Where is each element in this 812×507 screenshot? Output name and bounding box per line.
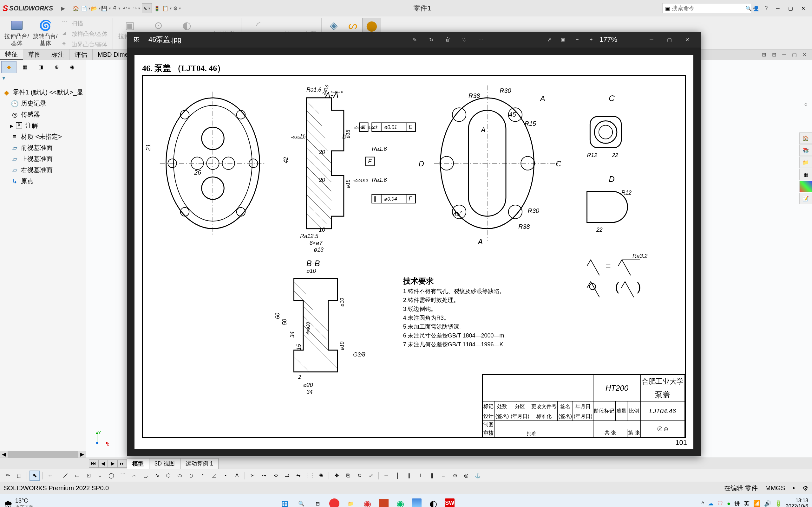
edge-browser-icon[interactable]: ◉ (393, 497, 407, 507)
ime-lang[interactable]: 英 (744, 500, 750, 507)
solidworks-taskbar-icon[interactable]: SW (443, 497, 457, 507)
doc-expand-icon[interactable]: ⊞ (759, 49, 769, 60)
center-rect-icon[interactable]: ⊡ (84, 470, 94, 481)
help-icon[interactable]: ? (761, 3, 771, 13)
chamfer-sketch-icon[interactable]: ◿ (209, 470, 219, 481)
iv-close-button[interactable]: ✕ (678, 32, 696, 48)
corner-rect-icon[interactable]: ▭ (72, 470, 82, 481)
dimxpert-tab-icon[interactable]: ⊕ (49, 61, 64, 73)
tree-top-plane[interactable]: ▱ 上视基准面 (1, 153, 85, 164)
fullscreen-icon[interactable]: ⤢ (544, 34, 555, 45)
boundary-button[interactable]: ◈边界凸台/基体 (60, 39, 110, 49)
3pt-arc-icon[interactable]: ◡ (141, 470, 151, 481)
iv-minimize-button[interactable]: ─ (643, 32, 660, 48)
maximize-button[interactable]: ▢ (784, 3, 797, 13)
bottom-tab-3dview[interactable]: 3D 视图 (149, 458, 180, 469)
sweep-button[interactable]: 〰扫描 (60, 18, 110, 28)
home-icon[interactable]: 🏠 (71, 3, 81, 13)
tab-nav-next-icon[interactable]: ▶ (108, 459, 117, 468)
tab-sketch[interactable]: 草图 (23, 49, 46, 60)
config-manager-tab-icon[interactable]: ◨ (33, 61, 48, 73)
tree-front-plane[interactable]: ▱ 前视基准面 (1, 142, 85, 153)
taskbar-weather[interactable]: 🌧 13°C 正在下雨 (4, 498, 33, 507)
circular-pattern-icon[interactable]: ✺ (316, 470, 326, 481)
print-icon[interactable]: 🖨▼ (111, 3, 121, 13)
run-macro-icon[interactable]: ▶ (58, 3, 68, 13)
image-viewer-content[interactable]: 46. 泵盖 （LJT04. 46） (127, 48, 701, 456)
move-icon[interactable]: ✥ (332, 470, 342, 481)
tab-annotations[interactable]: 标注 (46, 49, 69, 60)
solidworks-resources-icon[interactable]: 🏠 (799, 132, 812, 144)
zoom-in-icon[interactable]: + (586, 34, 597, 45)
security-icon[interactable]: 🛡 (717, 500, 723, 507)
convert-icon[interactable]: ⟲ (270, 470, 281, 481)
relation-perp-icon[interactable]: ⊥ (415, 470, 426, 481)
open-file-icon[interactable]: 📂▼ (91, 3, 101, 13)
tree-sensors[interactable]: ◎ 传感器 (1, 109, 85, 120)
redo-icon[interactable]: ↷▼ (132, 3, 142, 13)
edit-image-icon[interactable]: ✎ (409, 34, 420, 45)
tree-right-plane[interactable]: ▱ 右视基准面 (1, 164, 85, 176)
rebuild-icon[interactable]: 📋▼ (162, 3, 172, 13)
mirror-icon[interactable]: ⇋ (293, 470, 303, 481)
select-arrow-icon[interactable]: ⬉ (30, 470, 40, 481)
perimeter-circle-icon[interactable]: ◯ (106, 470, 116, 481)
ellipse-icon[interactable]: ⬯ (186, 470, 196, 481)
extend-icon[interactable]: ⤳ (259, 470, 269, 481)
sketch-mode-icon[interactable]: ✏ (3, 470, 13, 481)
relation-tangent-icon[interactable]: ⊙ (450, 470, 460, 481)
status-units[interactable]: MMGS (765, 485, 785, 492)
battery-icon[interactable]: 🔋 (775, 500, 782, 507)
tray-app-icon[interactable]: ● (727, 500, 730, 507)
offset-icon[interactable]: ⇉ (282, 470, 292, 481)
property-manager-tab-icon[interactable]: ▦ (17, 61, 32, 73)
panel-scroll-right-icon[interactable]: ▶ (78, 451, 86, 458)
tree-root-part[interactable]: ◆ 零件1 (默认) <<默认>_显 (1, 87, 85, 98)
status-settings-icon[interactable]: ⚙ (803, 485, 808, 492)
tree-annotations[interactable]: ▸ 🄰 注解 (1, 120, 85, 131)
linear-pattern-icon[interactable]: ⋮⋮ (305, 470, 315, 481)
minimize-button[interactable]: ─ (771, 3, 784, 13)
search-input[interactable] (672, 5, 745, 12)
circle-icon[interactable]: ○ (95, 470, 105, 481)
file-explorer-taskbar-icon[interactable]: 📁 (344, 497, 358, 507)
design-library-icon[interactable]: 📚 (799, 145, 812, 156)
tree-history[interactable]: 🕑 历史记录 (1, 98, 85, 109)
taskbar-search-icon[interactable]: 🔍 (294, 497, 308, 507)
trim-icon[interactable]: ✂ (247, 470, 258, 481)
bottom-tab-model[interactable]: 模型 (127, 458, 149, 469)
taskbar-app-icon[interactable] (327, 497, 341, 507)
view-palette-icon[interactable]: ▦ (799, 169, 812, 180)
favorite-icon[interactable]: ♡ (459, 34, 470, 45)
arc-icon КО[interactable]: ⌒ (118, 470, 128, 481)
close-button[interactable]: ✕ (797, 3, 809, 13)
scale-icon[interactable]: ⤢ (366, 470, 376, 481)
file-explorer-icon[interactable]: 📁 (799, 157, 812, 168)
windows-start-icon[interactable]: ⊞ (278, 497, 292, 507)
slideshow-icon[interactable]: ▣ (558, 34, 569, 45)
tree-material[interactable]: ≡ 材质 <未指定> (1, 131, 85, 142)
rotate-icon[interactable]: ↻ (354, 470, 364, 481)
spline-icon[interactable]: ∿ (152, 470, 162, 481)
relation-concentric-icon[interactable]: ◎ (461, 470, 471, 481)
relation-collinear-icon[interactable]: ∥ (404, 470, 414, 481)
undo-icon[interactable]: ↶▼ (121, 3, 132, 13)
settings-icon[interactable]: ⚙▼ (172, 3, 183, 13)
search-box[interactable]: ▣ 🔍▼ (662, 3, 751, 13)
appearances-icon[interactable] (799, 181, 812, 192)
custom-props-icon[interactable]: 📝 (799, 193, 812, 204)
panel-scroll-left-icon[interactable]: ◀ (0, 451, 8, 458)
tab-nav-prev-icon[interactable]: ◀ (98, 459, 108, 468)
select-icon[interactable]: ⬉▼ (142, 3, 152, 13)
relation-fix-icon[interactable]: ⚓ (473, 470, 483, 481)
smart-dim-icon[interactable]: ↔ (45, 470, 55, 481)
loft-button[interactable]: ◢放样凸台/基体 (60, 29, 110, 38)
3d-sketch-icon[interactable]: ⬚ (14, 470, 24, 481)
onedrive-icon[interactable]: ☁ (708, 500, 714, 507)
taskbar-app2-icon[interactable]: ◉ (360, 497, 374, 507)
tangent-arc-icon[interactable]: ⌓ (129, 470, 139, 481)
tab-nav-first-icon[interactable]: ⏮ (89, 459, 98, 468)
tab-nav-last-icon[interactable]: ⏭ (117, 459, 127, 468)
taskbar-photos-icon[interactable] (410, 497, 424, 507)
relation-equal-icon[interactable]: = (438, 470, 449, 481)
